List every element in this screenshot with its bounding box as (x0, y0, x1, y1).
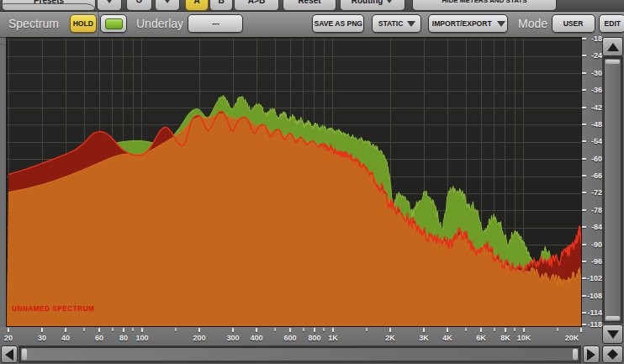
freq-tick (232, 328, 234, 332)
presets-dropdown-button[interactable] (97, 0, 122, 11)
import-export-button[interactable]: IMPORT/EXPORT (428, 14, 508, 33)
freq-tick (41, 328, 43, 332)
db-tick-label: -108 (587, 292, 602, 300)
freq-tick (141, 328, 143, 332)
freq-tick (423, 328, 425, 332)
vertical-scrollbar-thumb[interactable] (604, 58, 621, 322)
db-tick-label: -102 (587, 274, 602, 282)
freq-tick (256, 328, 257, 332)
db-tick (582, 192, 586, 193)
freq-minor-tick (557, 328, 558, 331)
scroll-down-button[interactable] (602, 324, 623, 344)
db-tick (582, 72, 586, 74)
preset-ab-copy-button[interactable]: A>B (234, 0, 279, 11)
mode-user-button[interactable]: USER (552, 14, 595, 33)
vertical-scrollbar-track[interactable] (602, 56, 623, 324)
db-tick-label: -60 (587, 155, 602, 163)
freq-tick (123, 328, 124, 332)
history-icon: ↺ (135, 0, 142, 5)
db-tick (582, 175, 586, 177)
thumb-cap (573, 349, 578, 360)
freq-tick (523, 328, 525, 332)
scroll-up-button[interactable] (602, 37, 623, 56)
zoom-reset-button[interactable] (602, 346, 623, 363)
db-tick (582, 244, 586, 245)
diamond-icon (607, 349, 618, 360)
db-tick-label: -36 (587, 86, 602, 94)
save-as-png-button[interactable]: SAVE AS PNG (312, 14, 364, 33)
db-tick (582, 38, 586, 40)
thumb-cap (22, 349, 27, 360)
freq-tick-label: 800 (308, 334, 320, 342)
freq-tick (98, 328, 100, 332)
arrow-right-icon (587, 349, 595, 361)
underlay-label: Underlay (136, 17, 183, 30)
freq-minor-tick (494, 328, 495, 331)
freq-minor-tick (132, 328, 134, 331)
freq-tick-label: 80 (119, 334, 128, 342)
freq-tick (198, 328, 200, 332)
mode-label: Mode (518, 17, 547, 30)
db-tick (582, 209, 586, 211)
freq-minor-tick (175, 328, 177, 331)
db-tick-label: -72 (587, 188, 602, 197)
chevron-down-icon (385, 0, 394, 3)
freq-tick-label: 40 (61, 334, 70, 342)
spectrum-display[interactable]: UNNAMED SPECTRUM (6, 37, 582, 327)
db-tick-label: -42 (587, 103, 602, 112)
db-tick-label: -24 (587, 51, 602, 60)
freq-tick-label: 20K (565, 334, 579, 342)
db-tick-label: -118 (587, 320, 602, 329)
freq-tick (505, 328, 506, 332)
reset-button[interactable]: Reset (283, 0, 336, 11)
db-tick (582, 107, 586, 108)
spectrum-toolbar: Spectrum HOLD Underlay --- SAVE AS PNG S… (0, 12, 624, 38)
freq-tick (289, 328, 291, 332)
freq-minor-tick (112, 328, 114, 331)
static-dropdown-button[interactable]: STATIC (372, 14, 421, 33)
scroll-right-button[interactable] (583, 346, 600, 363)
freq-tick-label: 10K (517, 334, 531, 342)
scroll-left-button[interactable] (1, 346, 18, 363)
spectrum-tab[interactable]: Spectrum (8, 17, 59, 30)
db-tick (582, 295, 586, 297)
mode-edit-button[interactable]: EDIT (599, 14, 624, 33)
spectrum-enable-button[interactable] (100, 14, 127, 33)
freq-tick-label: 300 (226, 334, 239, 342)
db-tick-label: -30 (587, 69, 602, 77)
preset-b-button[interactable]: B (209, 0, 233, 11)
db-tick-label: -54 (587, 137, 602, 145)
freq-tick-label: 30 (38, 334, 46, 342)
hide-meters-button[interactable]: HIDE METERS AND STATS (412, 0, 557, 11)
spectrum-canvas[interactable] (7, 38, 581, 326)
freq-minor-tick (274, 328, 276, 331)
history-button[interactable]: ↺ (126, 0, 152, 11)
db-tick-label: -18 (587, 34, 602, 43)
preset-a-button[interactable]: A (185, 0, 209, 11)
routing-button[interactable]: Routing (340, 0, 405, 11)
db-tick (582, 124, 586, 125)
db-tick (582, 89, 586, 91)
db-tick (582, 324, 586, 325)
freq-minor-tick (323, 328, 325, 331)
horizontal-scrollbar-track[interactable] (19, 346, 581, 363)
freq-minor-tick (465, 328, 467, 331)
freq-tick-label: 1K (328, 334, 338, 342)
freq-tick-label: 400 (250, 334, 262, 342)
db-tick-label: -90 (587, 240, 602, 249)
spectrum-analyzer-window: Presets ↺ A B A>B Reset Routing HIDE MET… (0, 0, 624, 364)
db-tick-label: -96 (587, 257, 602, 266)
freq-minor-tick (83, 328, 85, 331)
underlay-select-button[interactable]: --- (188, 14, 243, 33)
history-dropdown-button[interactable] (155, 0, 180, 11)
chevron-down-icon (407, 21, 415, 27)
freq-tick (8, 328, 9, 332)
hold-button[interactable]: HOLD (70, 14, 97, 33)
horizontal-scrollbar-thumb[interactable] (20, 347, 579, 361)
chevron-down-icon (497, 21, 505, 27)
thumb-cap (605, 316, 620, 320)
freq-tick (389, 328, 391, 332)
freq-tick (314, 328, 315, 332)
arrow-down-icon (607, 330, 619, 339)
db-tick (582, 158, 586, 160)
